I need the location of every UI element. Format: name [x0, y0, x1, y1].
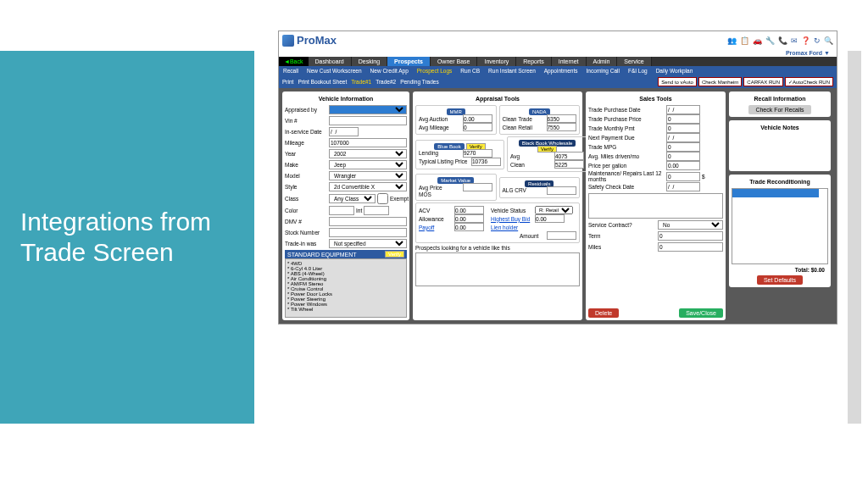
- subnav-link[interactable]: Run CB: [456, 66, 484, 75]
- dmv-input[interactable]: [329, 217, 407, 226]
- back-button[interactable]: ◄Back: [279, 57, 309, 66]
- header-icon[interactable]: ❓: [801, 36, 810, 45]
- sales-input[interactable]: [666, 105, 700, 114]
- sales-notes[interactable]: [588, 193, 723, 219]
- int-input[interactable]: [364, 206, 389, 215]
- lien-link[interactable]: Lien holder: [491, 225, 533, 230]
- make-select[interactable]: Jeep: [329, 160, 407, 169]
- header-icon[interactable]: ↻: [814, 36, 821, 45]
- sales-input[interactable]: [666, 124, 700, 133]
- exempt-check[interactable]: [377, 193, 388, 204]
- header-icon[interactable]: 📞: [778, 36, 787, 45]
- highest-buy-bid-link[interactable]: Highest Buy Bid: [491, 216, 533, 222]
- nav-tab[interactable]: Desking: [352, 57, 387, 66]
- integration-button[interactable]: Check Manheim: [698, 77, 742, 86]
- set-defaults-button[interactable]: Set Defaults: [757, 275, 803, 285]
- subnav-link[interactable]: New Credit App: [366, 66, 413, 75]
- subnav-link[interactable]: New Cust Workscreen: [303, 66, 366, 75]
- prospects-textarea[interactable]: [415, 252, 580, 286]
- appraisal-panel: Appraisal Tools MMR Avg Auction Avg Mile…: [413, 92, 582, 320]
- color-input[interactable]: [329, 206, 354, 215]
- nav-tab[interactable]: Service: [617, 57, 651, 66]
- payoff-link[interactable]: Payoff: [419, 225, 453, 230]
- sales-input[interactable]: [666, 142, 700, 152]
- header-icon[interactable]: 👥: [727, 36, 737, 45]
- equip-list[interactable]: * 4WD* 6-Cyl 4.0 Liter* ABS (4-Wheel)* A…: [285, 258, 407, 318]
- right-column: Recall Information Check For Recalls Veh…: [729, 92, 831, 320]
- toolbar-links: PrintPrint Bookout SheetTrade#1Trade#2Pe…: [282, 79, 443, 85]
- vehicle-info-panel: Vehicle Information Appraised by Vin # I…: [282, 92, 409, 320]
- save-button[interactable]: Save/Close: [679, 308, 723, 318]
- style-select[interactable]: 2d Convertible X: [329, 182, 407, 191]
- vin-input[interactable]: [329, 116, 407, 125]
- promax-app-window: ProMax 👥📋🚗🔧📞✉❓↻🔍 Promax Ford ▼ ◄Back Das…: [278, 30, 837, 324]
- integration-button[interactable]: CARFAX RUN: [743, 77, 783, 86]
- subnav-link[interactable]: Incoming Call: [582, 66, 624, 75]
- toolbar-link[interactable]: Print: [282, 79, 293, 85]
- nav-tab[interactable]: Prospects: [387, 57, 431, 66]
- integration-button[interactable]: ✓AutoCheck RUN: [785, 77, 833, 86]
- trade-toolbar: PrintPrint Bookout SheetTrade#1Trade#2Pe…: [279, 75, 837, 88]
- panel-title: Vehicle Information: [285, 94, 407, 103]
- panel-title: Sales Tools: [588, 94, 723, 103]
- panels-row: Vehicle Information Appraised by Vin # I…: [279, 88, 837, 324]
- sales-input[interactable]: [666, 161, 700, 170]
- service-contract-select[interactable]: No: [658, 220, 723, 230]
- subnav-link[interactable]: Recall: [279, 66, 303, 75]
- slide-title: Integrations from Trade Screen: [20, 207, 254, 268]
- header-icon[interactable]: ✉: [791, 36, 798, 45]
- check-recalls-button[interactable]: Check For Recalls: [748, 105, 810, 114]
- toolbar-link[interactable]: Pending Trades: [400, 79, 439, 85]
- equip-header: STANDARD EQUIPMENT Verify: [285, 250, 407, 258]
- nav-tab[interactable]: Internet: [552, 57, 587, 66]
- nav-tab[interactable]: Owner Base: [431, 57, 478, 66]
- toolbar-link[interactable]: Trade#1: [351, 79, 371, 85]
- tradein-select[interactable]: Not specified: [329, 239, 407, 248]
- subnav-link[interactable]: Run Instant Screen: [484, 66, 540, 75]
- sales-tools-panel: Sales Tools Trade Purchase DateTrade Pur…: [586, 92, 726, 320]
- delete-button[interactable]: Delete: [588, 308, 619, 318]
- slide-scrollbar[interactable]: [848, 51, 861, 424]
- integration-buttons: Send to vAutoCheck ManheimCARFAX RUN✓Aut…: [658, 77, 833, 86]
- inservice-input[interactable]: [329, 127, 359, 136]
- appraised-by-select[interactable]: [329, 105, 407, 114]
- subnav-link[interactable]: Prospect Logs: [413, 66, 457, 75]
- subnav-link[interactable]: Daily Workplan: [652, 66, 698, 75]
- toolbar-link[interactable]: Print Bookout Sheet: [298, 79, 347, 85]
- header-icon-bar: 👥📋🚗🔧📞✉❓↻🔍: [727, 36, 833, 45]
- header-icon[interactable]: 📋: [740, 36, 749, 45]
- nav-tab[interactable]: Admin: [587, 57, 618, 66]
- logo-text: ProMax: [297, 34, 337, 47]
- sub-nav: RecallNew Cust WorkscreenNew Credit AppP…: [279, 66, 837, 75]
- recon-panel: Trade Reconditioning Total: $0.00 Set De…: [729, 175, 831, 287]
- class-select[interactable]: Any Class: [329, 194, 376, 203]
- model-select[interactable]: Wrangler: [329, 171, 407, 180]
- verify-equip-button[interactable]: Verify: [385, 251, 404, 258]
- dealer-selector[interactable]: Promax Ford ▼: [279, 49, 837, 57]
- header-icon[interactable]: 🔧: [765, 36, 775, 45]
- integration-button[interactable]: Send to vAuto: [658, 77, 697, 86]
- stock-input[interactable]: [329, 228, 407, 237]
- nav-tab[interactable]: Inventory: [477, 57, 516, 66]
- subnav-link[interactable]: F&I Log: [624, 66, 652, 75]
- header-icon[interactable]: 🚗: [753, 36, 762, 45]
- mileage-input[interactable]: [329, 138, 407, 147]
- panel-title: Appraisal Tools: [415, 94, 580, 103]
- header-icon[interactable]: 🔍: [824, 36, 833, 45]
- nav-tab[interactable]: Dashboard: [309, 57, 352, 66]
- sales-input[interactable]: [666, 182, 700, 191]
- sales-input[interactable]: [666, 114, 700, 124]
- recon-grid[interactable]: [732, 188, 828, 264]
- year-select[interactable]: 2002: [329, 149, 407, 158]
- subnav-link[interactable]: Appointments: [540, 66, 582, 75]
- sales-input[interactable]: [666, 172, 700, 181]
- nav-tab[interactable]: Reports: [516, 57, 552, 66]
- sales-input[interactable]: [666, 133, 700, 142]
- notes-panel: Vehicle Notes: [729, 120, 831, 171]
- main-nav: ◄Back DashboardDeskingProspectsOwner Bas…: [279, 57, 837, 66]
- logo: ProMax: [282, 34, 337, 47]
- slide-title-panel: Integrations from Trade Screen: [0, 51, 254, 424]
- app-header: ProMax 👥📋🚗🔧📞✉❓↻🔍: [279, 31, 837, 49]
- toolbar-link[interactable]: Trade#2: [376, 79, 396, 85]
- sales-input[interactable]: [666, 152, 700, 161]
